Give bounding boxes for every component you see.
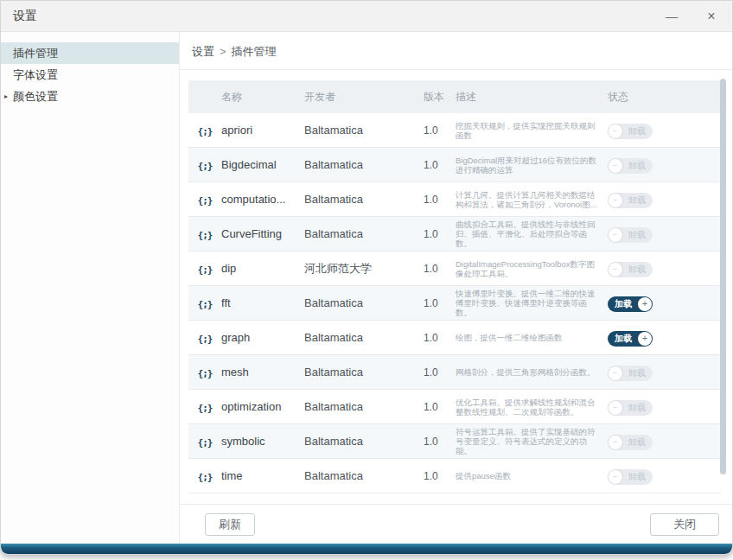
cell-developer: Baltamatica (304, 227, 424, 240)
cell-status: − 卸载 (608, 260, 721, 277)
cell-description: 快速傅里叶变换。提供一维二维的快速傅里叶变换、快速傅里叶逆变换等函数。 (456, 289, 608, 317)
cell-developer: Baltamatica (304, 193, 424, 206)
breadcrumb-root[interactable]: 设置 (192, 45, 214, 58)
cell-status: − 卸载 (608, 156, 721, 174)
cell-plugin-name: dip (221, 262, 304, 275)
close-button[interactable]: 关闭 (650, 513, 719, 536)
cell-developer: Baltamatica (304, 366, 424, 379)
toggle-knob-glyph: + (642, 299, 647, 309)
status-toggle[interactable]: + 加载 (608, 331, 653, 347)
plugin-icon: {;} (198, 126, 213, 137)
cell-icon: {;} (188, 226, 221, 242)
cell-description: 符号运算工具箱。提供了实现基础的符号变量定义、符号表达式的定义的功能。 (456, 427, 608, 455)
cell-icon: {;} (188, 399, 221, 415)
table-row[interactable]: {;} CurveFitting Baltamatica 1.0 曲线拟合工具箱… (188, 217, 721, 251)
bottom-accent-bar (1, 544, 732, 554)
sidebar-item-label: 颜色设置 (13, 89, 58, 105)
cell-developer: Baltamatica (304, 331, 424, 344)
toggle-label: 卸载 (622, 229, 652, 241)
table-row[interactable]: {;} mesh Baltamatica 1.0 网格剖分，提供三角形网格剖分函… (188, 355, 721, 390)
table-body: {;} apriori Baltamatica 1.0 挖掘关联规则，提供实现挖… (188, 113, 721, 493)
sidebar-item-label: 插件管理 (13, 46, 58, 61)
minimize-icon[interactable]: — (663, 10, 680, 23)
plugin-icon: {;} (198, 472, 213, 483)
cell-developer: 河北师范大学 (304, 261, 424, 277)
cell-developer: Baltamatica (304, 124, 424, 137)
cell-plugin-name: optimization (221, 400, 304, 413)
plugin-icon: {;} (198, 334, 213, 345)
cell-developer: Baltamatica (304, 435, 424, 448)
status-toggle[interactable]: − 卸载 (608, 366, 653, 381)
cell-plugin-name: mesh (221, 366, 304, 379)
status-toggle[interactable]: − 卸载 (608, 158, 653, 174)
table-row[interactable]: {;} computatio... Baltamatica 1.0 计算几何。提… (188, 182, 721, 217)
toggle-knob: − (609, 470, 622, 484)
toggle-knob: − (609, 436, 622, 449)
status-toggle[interactable]: − 卸载 (608, 435, 653, 450)
status-toggle[interactable]: + 加载 (608, 296, 653, 312)
close-icon[interactable]: × (703, 10, 720, 23)
cell-icon: {;} (188, 192, 221, 207)
cell-description: 计算几何。提供计算几何相关的数据结构和算法，诸如三角剖分，Voronoi图... (456, 190, 608, 209)
cell-plugin-name: apriori (221, 124, 304, 137)
toggle-knob: − (609, 124, 622, 138)
table-row[interactable]: {;} optimization Baltamatica 1.0 优化工具箱。提… (188, 390, 721, 424)
status-toggle[interactable]: − 卸载 (608, 193, 653, 208)
cell-icon: {;} (188, 365, 221, 380)
status-toggle[interactable]: − 卸载 (608, 124, 653, 139)
cell-plugin-name: symbolic (221, 435, 304, 448)
cell-description: 优化工具箱。提供求解线性规划和混合整数线性规划、二次规划等函数。 (456, 398, 608, 417)
refresh-button[interactable]: 刷新 (205, 513, 255, 536)
table-row[interactable]: {;} fft Baltamatica 1.0 快速傅里叶变换。提供一维二维的快… (188, 286, 721, 321)
screen: 设置 — × 插件管理 字体设置 ▸ 颜色设置 (0, 0, 733, 560)
content-panel: 设置>插件管理 名称 开发者 版本 描述 状态 {;} apriori Balt… (180, 32, 732, 544)
sidebar-item-color-settings[interactable]: ▸ 颜色设置 (1, 86, 179, 107)
cell-version: 1.0 (424, 124, 456, 137)
cell-icon: {;} (188, 468, 221, 484)
table-row[interactable]: {;} apriori Baltamatica 1.0 挖掘关联规则，提供实现挖… (188, 113, 721, 148)
toggle-knob: − (609, 263, 622, 277)
cell-icon: {;} (188, 157, 221, 173)
cell-description: 提供pause函数 (456, 471, 608, 480)
status-toggle[interactable]: − 卸载 (608, 469, 653, 485)
toggle-knob-glyph: − (613, 473, 618, 481)
window-controls: — × (663, 10, 720, 23)
cell-version: 1.0 (424, 159, 456, 171)
cell-status: − 卸载 (608, 433, 721, 450)
toggle-knob-glyph: − (613, 265, 618, 274)
table-row[interactable]: {;} dip 河北师范大学 1.0 DigitalImageProcessin… (188, 251, 721, 286)
column-header-version: 版本 (424, 90, 456, 105)
plugin-icon: {;} (198, 299, 213, 310)
cell-developer: Baltamatica (304, 469, 424, 482)
column-header-name: 名称 (221, 90, 304, 105)
status-toggle[interactable]: − 卸载 (608, 400, 653, 416)
toggle-knob: − (609, 194, 622, 207)
cell-status: − 卸载 (608, 364, 721, 381)
cell-developer: Baltamatica (304, 158, 424, 171)
cell-plugin-name: CurveFitting (221, 227, 304, 240)
main-area: 插件管理 字体设置 ▸ 颜色设置 设置>插件管理 名称 (1, 32, 732, 544)
status-toggle[interactable]: − 卸载 (608, 227, 653, 243)
sidebar-item-plugin-management[interactable]: 插件管理 (1, 42, 179, 64)
vertical-scrollbar-thumb[interactable] (720, 79, 726, 474)
cell-plugin-name: Bigdecimal (221, 158, 304, 171)
status-toggle[interactable]: − 卸载 (608, 262, 653, 277)
breadcrumb-separator: > (220, 45, 226, 58)
toggle-label: 卸载 (622, 194, 652, 207)
cell-description: DigitalImageProcessingToolbox数字图像处理工具箱。 (456, 259, 608, 278)
table-row[interactable]: {;} time Baltamatica 1.0 提供pause函数 − 卸载 (188, 459, 721, 493)
toggle-knob: + (638, 332, 652, 346)
cell-status: − 卸载 (608, 122, 721, 139)
cell-icon: {;} (188, 261, 221, 277)
cell-plugin-name: time (221, 469, 304, 482)
table-row[interactable]: {;} symbolic Baltamatica 1.0 符号运算工具箱。提供了… (188, 424, 721, 459)
cell-description: 挖掘关联规则，提供实现挖掘关联规则函数 (456, 121, 608, 140)
toggle-knob: − (609, 159, 622, 173)
cell-version: 1.0 (424, 194, 456, 206)
table-row[interactable]: {;} graph Baltamatica 1.0 绘图，提供一维二维绘图函数 … (188, 321, 721, 355)
column-header-developer: 开发者 (304, 90, 424, 105)
plugin-icon: {;} (198, 161, 213, 172)
table-row[interactable]: {;} Bigdecimal Baltamatica 1.0 BigDecima… (188, 148, 721, 182)
sidebar-item-font-settings[interactable]: 字体设置 (1, 64, 179, 86)
cell-description: BigDecimal用来对超过16位有效位的数进行精确的运算 (456, 156, 608, 175)
